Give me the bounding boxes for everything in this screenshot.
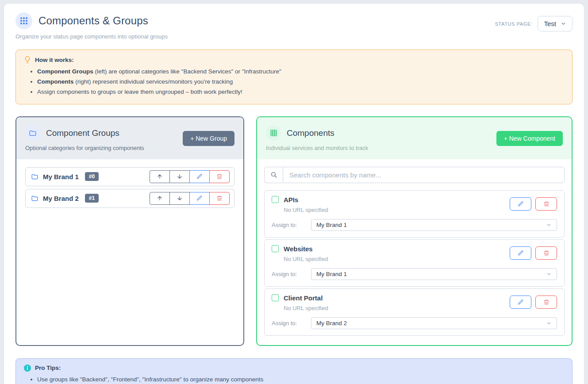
components-header: Components Individual services and monit… — [257, 117, 572, 159]
folder-icon — [25, 126, 40, 141]
how-it-works-title: How it works: — [35, 57, 74, 63]
pro-tips-title: Pro Tips: — [35, 365, 61, 371]
move-group-up-button[interactable] — [150, 170, 170, 183]
assigned-group-value: My Brand 2 — [316, 320, 347, 326]
assigned-group-value: My Brand 1 — [316, 222, 347, 228]
components-subtitle: Individual services and monitors to trac… — [266, 145, 368, 151]
status-page-value: Test — [544, 20, 556, 27]
component-card: Websites No URL specified Assign to: My … — [264, 239, 565, 287]
folder-icon — [31, 195, 38, 202]
how-it-works-box: How it works: Component Groups (left) ar… — [15, 50, 573, 104]
move-group-down-button[interactable] — [169, 192, 190, 205]
folder-icon — [31, 173, 38, 180]
pencil-icon — [518, 299, 524, 305]
how-it-works-list: Component Groups (left) are optional cat… — [37, 66, 564, 97]
arrow-down-icon — [177, 195, 183, 201]
grid-table-icon — [266, 126, 281, 141]
component-checkbox[interactable] — [272, 245, 279, 252]
group-row: My Brand 1 #0 — [25, 167, 234, 186]
component-card: APIs No URL specified Assign to: My Bran… — [264, 190, 565, 238]
component-url-status: No URL specified — [284, 256, 328, 262]
component-name: Websites — [284, 245, 313, 253]
edit-group-button[interactable] — [189, 192, 210, 205]
pro-tips-box: Pro Tips: Use groups like "Backend", "Fr… — [15, 358, 573, 384]
delete-group-button[interactable] — [209, 192, 230, 205]
delete-component-button[interactable] — [535, 197, 557, 211]
trash-icon — [216, 195, 223, 201]
status-page-control: STATUS PAGE: Test — [495, 16, 573, 31]
components-title: Components — [287, 128, 334, 138]
assign-to-label: Assign to: — [272, 320, 311, 326]
pro-tips-item: Use groups like "Backend", "Frontend", "… — [37, 374, 564, 384]
edit-group-button[interactable] — [189, 170, 210, 183]
header-left: Components & Groups Organize your status… — [15, 12, 168, 40]
page-subtitle: Organize your status page components int… — [15, 33, 168, 40]
assign-group-select[interactable]: My Brand 1 — [311, 268, 557, 280]
page-title: Components & Groups — [38, 15, 148, 27]
delete-component-button[interactable] — [535, 246, 557, 260]
apps-grid-icon — [15, 12, 32, 29]
trash-icon — [543, 299, 550, 305]
status-page-select[interactable]: Test — [538, 16, 573, 31]
component-name: Client Portal — [284, 294, 323, 302]
arrow-down-icon — [177, 173, 183, 180]
search-icon — [264, 167, 283, 183]
lightbulb-icon — [24, 56, 31, 64]
assign-to-label: Assign to: — [272, 222, 311, 228]
component-url-status: No URL specified — [284, 305, 328, 311]
group-name: My Brand 1 — [43, 173, 79, 180]
component-checkbox[interactable] — [272, 294, 279, 301]
page-card: Components & Groups Organize your status… — [4, 3, 584, 384]
component-groups-subtitle: Optional categories for organizing compo… — [25, 145, 144, 151]
new-group-button[interactable]: + New Group — [183, 131, 234, 146]
component-url-status: No URL specified — [284, 207, 328, 213]
trash-icon — [543, 201, 550, 207]
pro-tips-list: Use groups like "Backend", "Frontend", "… — [37, 374, 564, 384]
pencil-icon — [196, 195, 203, 201]
how-it-works-item: Assign components to groups or leave the… — [37, 87, 564, 97]
group-order-badge: #1 — [85, 194, 99, 203]
edit-component-button[interactable] — [510, 296, 531, 309]
component-card: Client Portal No URL specified Assign to… — [264, 288, 565, 336]
pencil-icon — [518, 201, 524, 207]
delete-group-button[interactable] — [209, 170, 230, 183]
assign-group-select[interactable]: My Brand 2 — [311, 317, 557, 329]
how-it-works-item: Components (right) represent individual … — [37, 77, 564, 87]
arrow-up-icon — [157, 173, 163, 180]
group-row: My Brand 2 #1 — [25, 189, 234, 208]
assigned-group-value: My Brand 1 — [316, 271, 347, 277]
trash-icon — [216, 173, 223, 180]
new-component-button[interactable]: + New Component — [496, 131, 563, 146]
component-groups-header: Component Groups Optional categories for… — [16, 117, 243, 159]
delete-component-button[interactable] — [535, 296, 557, 309]
trash-icon — [543, 250, 550, 256]
panels-row: Component Groups Optional categories for… — [15, 116, 573, 346]
pencil-icon — [196, 173, 203, 180]
chevron-down-icon — [546, 271, 552, 277]
edit-component-button[interactable] — [510, 246, 531, 260]
component-checkbox[interactable] — [272, 196, 279, 203]
page-header: Components & Groups Organize your status… — [15, 12, 573, 40]
search-input[interactable] — [283, 167, 565, 183]
edit-component-button[interactable] — [510, 197, 531, 211]
component-name: APIs — [284, 196, 298, 204]
pencil-icon — [518, 250, 524, 256]
status-page-label: STATUS PAGE: — [495, 21, 533, 27]
arrow-up-icon — [157, 195, 163, 201]
group-name: My Brand 2 — [43, 195, 79, 202]
component-groups-panel: Component Groups Optional categories for… — [15, 116, 244, 346]
component-search — [264, 167, 565, 183]
chevron-down-icon — [546, 320, 552, 326]
move-group-down-button[interactable] — [169, 170, 190, 183]
components-panel: Components Individual services and monit… — [256, 116, 573, 346]
assign-to-label: Assign to: — [272, 271, 311, 277]
how-it-works-item: Component Groups (left) are optional cat… — [37, 66, 564, 77]
info-icon — [24, 365, 31, 372]
chevron-down-icon — [561, 21, 566, 27]
component-groups-list: My Brand 1 #0 My Brand 2 #1 — [16, 159, 243, 219]
move-group-up-button[interactable] — [150, 192, 170, 205]
group-order-badge: #0 — [85, 172, 99, 181]
component-groups-title: Component Groups — [46, 128, 119, 138]
components-body: APIs No URL specified Assign to: My Bran… — [257, 159, 572, 345]
assign-group-select[interactable]: My Brand 1 — [311, 219, 557, 231]
